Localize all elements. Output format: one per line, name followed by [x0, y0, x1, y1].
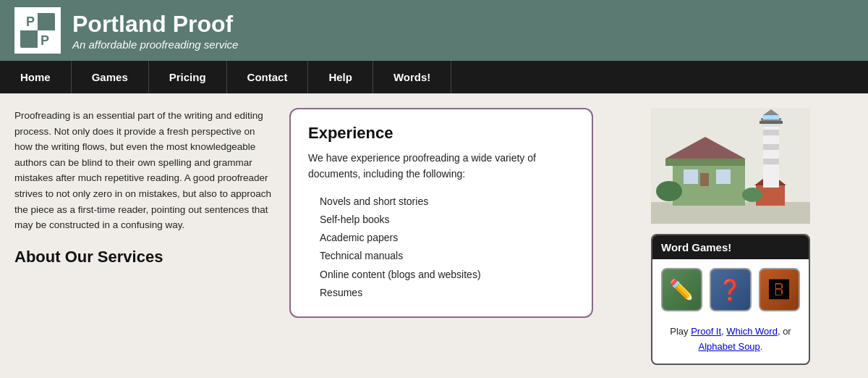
svg-rect-19 [763, 159, 779, 164]
svg-text:P: P [41, 33, 49, 48]
experience-box: Experience We have experience proofreadi… [289, 108, 593, 318]
svg-rect-11 [716, 169, 731, 184]
site-subtitle: An affordable proofreading service [72, 38, 238, 51]
list-item: Technical manuals [320, 247, 574, 265]
list-item: Self-help books [320, 211, 574, 229]
nav-home[interactable]: Home [0, 61, 72, 93]
alphabet-soup-link[interactable]: Alphabet Soup [699, 341, 760, 352]
nav-contact[interactable]: Contact [227, 61, 309, 93]
experience-heading: Experience [308, 124, 574, 143]
site-title: Portland Proof [72, 10, 238, 38]
experience-description: We have experience proofreading a wide v… [308, 150, 574, 182]
lighthouse-illustration [651, 108, 810, 224]
svg-text:P: P [26, 14, 35, 29]
right-column: Word Games! ✏️ ❓ 🅱 Play Proof It, Which … [608, 108, 854, 365]
main-content: Proofreading is an essential part of the… [0, 93, 868, 378]
header: P P Portland Proof An affordable proofre… [0, 0, 868, 61]
proof-it-link[interactable]: Proof It [691, 326, 721, 337]
word-games-box: Word Games! ✏️ ❓ 🅱 Play Proof It, Which … [651, 234, 810, 365]
left-column: Proofreading is an essential part of the… [14, 108, 289, 365]
center-column: Experience We have experience proofreadi… [289, 108, 608, 365]
word-games-footer: Play Proof It, Which Word, or Alphabet S… [652, 320, 809, 364]
list-item: Academic papers [320, 229, 574, 247]
about-heading: About Our Services [14, 248, 275, 266]
svg-rect-10 [684, 169, 698, 184]
svg-rect-12 [700, 173, 709, 186]
word-games-icons: ✏️ ❓ 🅱 [652, 259, 809, 320]
nav-games[interactable]: Games [72, 61, 149, 93]
which-word-link[interactable]: Which Word [726, 326, 778, 337]
experience-list: Novels and short stories Self-help books… [308, 193, 574, 302]
which-word-icon[interactable]: ❓ [710, 268, 751, 311]
svg-point-25 [742, 188, 762, 202]
list-item: Online content (blogs and websites) [320, 266, 574, 284]
list-item: Resumes [320, 284, 574, 302]
main-nav: Home Games Pricing Contact Help Words! [0, 61, 868, 93]
nav-words[interactable]: Words! [373, 61, 451, 93]
word-games-header: Word Games! [652, 235, 809, 259]
nav-help[interactable]: Help [308, 61, 373, 93]
word-games-title: Word Games! [661, 241, 731, 253]
header-text: Portland Proof An affordable proofreadin… [72, 10, 238, 50]
proof-it-icon[interactable]: ✏️ [661, 268, 702, 311]
svg-point-24 [656, 181, 682, 201]
svg-rect-22 [760, 121, 783, 124]
list-item: Novels and short stories [320, 193, 574, 211]
alphabet-soup-icon[interactable]: 🅱 [759, 268, 800, 311]
logo-icon: P P [19, 12, 56, 49]
svg-rect-18 [763, 144, 779, 150]
intro-paragraph: Proofreading is an essential part of the… [14, 108, 275, 233]
svg-rect-17 [763, 130, 779, 135]
svg-rect-21 [763, 115, 779, 119]
logo: P P [14, 7, 61, 54]
nav-pricing[interactable]: Pricing [149, 61, 227, 93]
svg-rect-8 [665, 159, 745, 166]
